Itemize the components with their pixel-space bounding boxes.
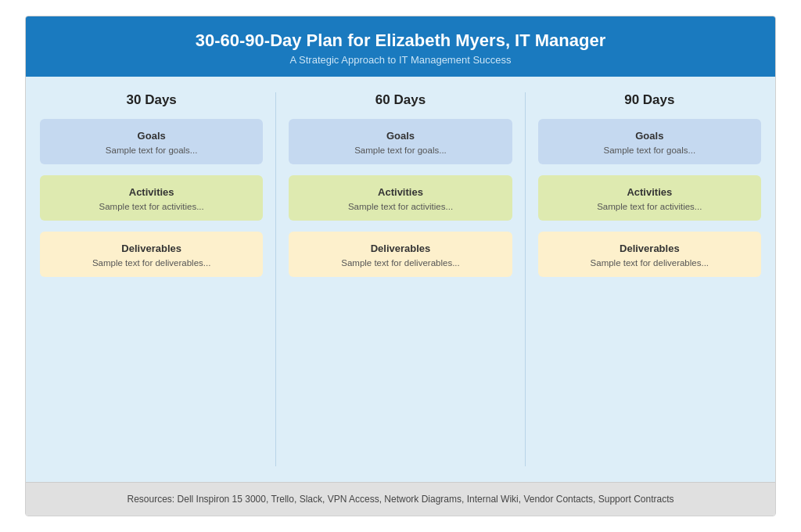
- card-goals-90-days: Goals Sample text for goals...: [538, 119, 761, 164]
- card-deliverables-text-30-days: Sample text for deliverables...: [52, 258, 250, 268]
- header: 30-60-90-Day Plan for Elizabeth Myers, I…: [26, 16, 775, 77]
- card-goals-60-days: Goals Sample text for goals...: [289, 119, 512, 164]
- card-activities-text-90-days: Sample text for activities...: [551, 202, 749, 211]
- card-activities-text-60-days: Sample text for activities...: [301, 202, 499, 211]
- card-goals-30-days: Goals Sample text for goals...: [40, 119, 263, 164]
- header-title: 30-60-90-Day Plan for Elizabeth Myers, I…: [41, 31, 760, 51]
- column-heading-30-days: 30 Days: [40, 92, 263, 119]
- card-deliverables-30-days: Deliverables Sample text for deliverable…: [40, 232, 263, 277]
- column-90-days: 90 Days Goals Sample text for goals... A…: [538, 92, 761, 466]
- column-divider: [275, 92, 276, 466]
- card-activities-text-30-days: Sample text for activities...: [52, 202, 250, 211]
- card-goals-title-90-days: Goals: [551, 130, 749, 142]
- card-activities-90-days: Activities Sample text for activities...: [538, 175, 761, 221]
- card-goals-text-30-days: Sample text for goals...: [52, 146, 250, 155]
- card-goals-text-60-days: Sample text for goals...: [301, 146, 499, 155]
- footer-text: Resources: Dell Inspiron 15 3000, Trello…: [128, 494, 674, 505]
- card-deliverables-text-60-days: Sample text for deliverables...: [301, 258, 499, 268]
- card-activities-title-60-days: Activities: [301, 186, 499, 198]
- footer: Resources: Dell Inspiron 15 3000, Trello…: [26, 482, 775, 516]
- column-60-days: 60 Days Goals Sample text for goals... A…: [289, 92, 512, 466]
- column-heading-60-days: 60 Days: [289, 92, 512, 119]
- columns-area: 30 Days Goals Sample text for goals... A…: [26, 77, 775, 482]
- card-deliverables-90-days: Deliverables Sample text for deliverable…: [538, 232, 761, 277]
- card-deliverables-text-90-days: Sample text for deliverables...: [551, 258, 749, 268]
- card-activities-60-days: Activities Sample text for activities...: [289, 175, 512, 221]
- card-deliverables-60-days: Deliverables Sample text for deliverable…: [289, 232, 512, 277]
- card-deliverables-title-60-days: Deliverables: [301, 243, 499, 254]
- header-subtitle: A Strategic Approach to IT Management Su…: [41, 54, 760, 66]
- card-goals-title-30-days: Goals: [52, 130, 250, 142]
- column-30-days: 30 Days Goals Sample text for goals... A…: [40, 92, 263, 466]
- page-wrapper: 30-60-90-Day Plan for Elizabeth Myers, I…: [25, 16, 776, 516]
- card-goals-text-90-days: Sample text for goals...: [551, 146, 749, 155]
- column-heading-90-days: 90 Days: [538, 92, 761, 119]
- column-divider: [525, 92, 526, 466]
- card-deliverables-title-90-days: Deliverables: [551, 243, 749, 254]
- card-deliverables-title-30-days: Deliverables: [52, 243, 250, 254]
- card-goals-title-60-days: Goals: [301, 130, 499, 142]
- card-activities-30-days: Activities Sample text for activities...: [40, 175, 263, 221]
- card-activities-title-30-days: Activities: [52, 186, 250, 198]
- card-activities-title-90-days: Activities: [551, 186, 749, 198]
